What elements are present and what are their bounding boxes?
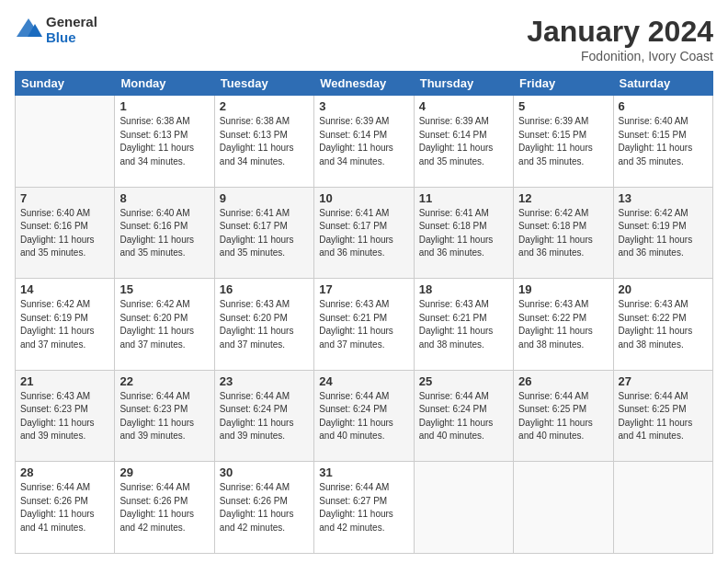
day-info: Sunrise: 6:43 AM Sunset: 6:23 PM Dayligh…: [20, 390, 109, 443]
calendar-cell: 18Sunrise: 6:43 AM Sunset: 6:21 PM Dayli…: [414, 279, 513, 371]
logo-blue-text: Blue: [46, 30, 97, 46]
calendar-subtitle: Fodonition, Ivory Coast: [527, 49, 713, 63]
page: General Blue January 2024 Fodonition, Iv…: [0, 0, 728, 563]
day-number: 30: [220, 465, 309, 479]
calendar-cell: 26Sunrise: 6:44 AM Sunset: 6:25 PM Dayli…: [514, 370, 613, 462]
logo-general-text: General: [46, 15, 97, 30]
day-number: 7: [20, 191, 109, 205]
calendar-title: January 2024: [527, 15, 713, 49]
day-info: Sunrise: 6:42 AM Sunset: 6:19 PM Dayligh…: [20, 298, 109, 351]
day-info: Sunrise: 6:42 AM Sunset: 6:19 PM Dayligh…: [619, 207, 708, 260]
day-info: Sunrise: 6:43 AM Sunset: 6:22 PM Dayligh…: [619, 298, 708, 351]
calendar-cell: 3Sunrise: 6:39 AM Sunset: 6:14 PM Daylig…: [314, 96, 414, 188]
day-number: 5: [518, 99, 608, 113]
day-info: Sunrise: 6:44 AM Sunset: 6:26 PM Dayligh…: [20, 481, 109, 534]
day-number: 20: [619, 282, 708, 296]
calendar-week-row: 7Sunrise: 6:40 AM Sunset: 6:16 PM Daylig…: [16, 187, 713, 279]
day-info: Sunrise: 6:44 AM Sunset: 6:26 PM Dayligh…: [119, 481, 209, 534]
calendar-cell: 15Sunrise: 6:42 AM Sunset: 6:20 PM Dayli…: [115, 279, 214, 371]
day-number: 6: [619, 99, 708, 113]
day-number: 18: [419, 282, 508, 296]
day-info: Sunrise: 6:43 AM Sunset: 6:21 PM Dayligh…: [419, 298, 508, 351]
calendar-header-row: SundayMondayTuesdayWednesdayThursdayFrid…: [16, 72, 713, 96]
day-number: 29: [119, 465, 209, 479]
calendar-cell: 27Sunrise: 6:44 AM Sunset: 6:25 PM Dayli…: [613, 370, 712, 462]
calendar-cell: 23Sunrise: 6:44 AM Sunset: 6:24 PM Dayli…: [214, 370, 313, 462]
day-info: Sunrise: 6:41 AM Sunset: 6:17 PM Dayligh…: [319, 207, 408, 260]
day-number: 14: [20, 282, 109, 296]
day-info: Sunrise: 6:41 AM Sunset: 6:18 PM Dayligh…: [419, 207, 508, 260]
day-info: Sunrise: 6:39 AM Sunset: 6:14 PM Dayligh…: [419, 115, 508, 168]
day-info: Sunrise: 6:44 AM Sunset: 6:24 PM Dayligh…: [220, 390, 309, 443]
day-info: Sunrise: 6:44 AM Sunset: 6:26 PM Dayligh…: [220, 481, 309, 534]
day-number: 10: [319, 191, 408, 205]
calendar-cell: 24Sunrise: 6:44 AM Sunset: 6:24 PM Dayli…: [314, 370, 414, 462]
calendar-cell: 16Sunrise: 6:43 AM Sunset: 6:20 PM Dayli…: [214, 279, 313, 371]
logo-icon: [15, 17, 42, 44]
day-info: Sunrise: 6:40 AM Sunset: 6:16 PM Dayligh…: [119, 207, 209, 260]
day-number: 28: [20, 465, 109, 479]
day-number: 9: [220, 191, 309, 205]
calendar-cell: 4Sunrise: 6:39 AM Sunset: 6:14 PM Daylig…: [414, 96, 513, 188]
day-number: 27: [619, 374, 708, 388]
day-number: 3: [319, 99, 408, 113]
day-number: 11: [419, 191, 508, 205]
day-info: Sunrise: 6:38 AM Sunset: 6:13 PM Dayligh…: [220, 115, 309, 168]
day-number: 21: [20, 374, 109, 388]
calendar-cell: 6Sunrise: 6:40 AM Sunset: 6:15 PM Daylig…: [613, 96, 712, 188]
day-number: 1: [119, 99, 209, 113]
day-info: Sunrise: 6:40 AM Sunset: 6:15 PM Dayligh…: [619, 115, 708, 168]
day-number: 23: [220, 374, 309, 388]
day-info: Sunrise: 6:44 AM Sunset: 6:25 PM Dayligh…: [518, 390, 608, 443]
day-number: 22: [119, 374, 209, 388]
day-info: Sunrise: 6:43 AM Sunset: 6:20 PM Dayligh…: [220, 298, 309, 351]
day-number: 31: [319, 465, 408, 479]
day-info: Sunrise: 6:44 AM Sunset: 6:27 PM Dayligh…: [319, 481, 408, 534]
day-number: 25: [419, 374, 508, 388]
calendar-cell: 30Sunrise: 6:44 AM Sunset: 6:26 PM Dayli…: [214, 462, 313, 554]
day-number: 15: [119, 282, 209, 296]
header: General Blue January 2024 Fodonition, Iv…: [15, 15, 713, 63]
day-info: Sunrise: 6:44 AM Sunset: 6:25 PM Dayligh…: [619, 390, 708, 443]
day-number: 8: [119, 191, 209, 205]
day-number: 2: [220, 99, 309, 113]
day-info: Sunrise: 6:44 AM Sunset: 6:23 PM Dayligh…: [119, 390, 209, 443]
calendar-cell: 14Sunrise: 6:42 AM Sunset: 6:19 PM Dayli…: [16, 279, 115, 371]
calendar-cell: 20Sunrise: 6:43 AM Sunset: 6:22 PM Dayli…: [613, 279, 712, 371]
day-info: Sunrise: 6:38 AM Sunset: 6:13 PM Dayligh…: [119, 115, 209, 168]
calendar-cell: 7Sunrise: 6:40 AM Sunset: 6:16 PM Daylig…: [16, 187, 115, 279]
day-info: Sunrise: 6:39 AM Sunset: 6:14 PM Dayligh…: [319, 115, 408, 168]
calendar-cell: 19Sunrise: 6:43 AM Sunset: 6:22 PM Dayli…: [514, 279, 613, 371]
day-info: Sunrise: 6:39 AM Sunset: 6:15 PM Dayligh…: [518, 115, 608, 168]
day-header-thursday: Thursday: [414, 72, 513, 96]
day-header-sunday: Sunday: [16, 72, 115, 96]
calendar-cell: 22Sunrise: 6:44 AM Sunset: 6:23 PM Dayli…: [115, 370, 214, 462]
day-info: Sunrise: 6:42 AM Sunset: 6:18 PM Dayligh…: [518, 207, 608, 260]
calendar-week-row: 28Sunrise: 6:44 AM Sunset: 6:26 PM Dayli…: [16, 462, 713, 554]
calendar-cell: 21Sunrise: 6:43 AM Sunset: 6:23 PM Dayli…: [16, 370, 115, 462]
day-number: 16: [220, 282, 309, 296]
day-number: 12: [518, 191, 608, 205]
day-header-monday: Monday: [115, 72, 214, 96]
calendar-table: SundayMondayTuesdayWednesdayThursdayFrid…: [15, 71, 713, 554]
calendar-cell: 8Sunrise: 6:40 AM Sunset: 6:16 PM Daylig…: [115, 187, 214, 279]
calendar-cell: 9Sunrise: 6:41 AM Sunset: 6:17 PM Daylig…: [214, 187, 313, 279]
day-header-saturday: Saturday: [613, 72, 712, 96]
calendar-cell: [514, 462, 613, 554]
title-block: January 2024 Fodonition, Ivory Coast: [527, 15, 713, 63]
calendar-cell: 12Sunrise: 6:42 AM Sunset: 6:18 PM Dayli…: [514, 187, 613, 279]
logo-text: General Blue: [46, 15, 97, 45]
calendar-week-row: 1Sunrise: 6:38 AM Sunset: 6:13 PM Daylig…: [16, 96, 713, 188]
day-info: Sunrise: 6:41 AM Sunset: 6:17 PM Dayligh…: [220, 207, 309, 260]
calendar-week-row: 21Sunrise: 6:43 AM Sunset: 6:23 PM Dayli…: [16, 370, 713, 462]
day-number: 17: [319, 282, 408, 296]
day-info: Sunrise: 6:44 AM Sunset: 6:24 PM Dayligh…: [419, 390, 508, 443]
day-header-tuesday: Tuesday: [214, 72, 313, 96]
calendar-cell: 31Sunrise: 6:44 AM Sunset: 6:27 PM Dayli…: [314, 462, 414, 554]
day-header-wednesday: Wednesday: [314, 72, 414, 96]
day-info: Sunrise: 6:43 AM Sunset: 6:21 PM Dayligh…: [319, 298, 408, 351]
calendar-cell: 10Sunrise: 6:41 AM Sunset: 6:17 PM Dayli…: [314, 187, 414, 279]
calendar-cell: 1Sunrise: 6:38 AM Sunset: 6:13 PM Daylig…: [115, 96, 214, 188]
day-header-friday: Friday: [514, 72, 613, 96]
calendar-cell: 13Sunrise: 6:42 AM Sunset: 6:19 PM Dayli…: [613, 187, 712, 279]
